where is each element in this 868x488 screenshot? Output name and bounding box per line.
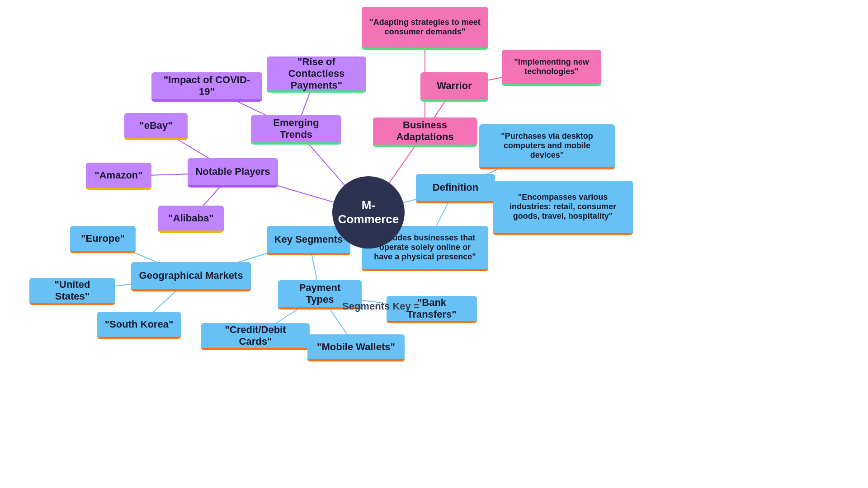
credit-debit-label: "Credit/Debit Cards"	[208, 324, 302, 347]
adapting-node: "Adapting strategies to meet consumer de…	[362, 7, 488, 50]
definition-label: Definition	[433, 182, 478, 193]
credit-debit-node: "Credit/Debit Cards"	[201, 323, 310, 350]
notable-players-node: Notable Players	[188, 158, 278, 188]
europe-label: "Europe"	[81, 233, 125, 244]
segments-key-label: Segments Key =	[342, 300, 420, 312]
contactless-label: "Rise of Contactless Payments"	[274, 56, 359, 91]
united-states-label: "United States"	[37, 279, 108, 302]
ebay-node: "eBay"	[124, 113, 188, 140]
amazon-label: "Amazon"	[94, 169, 142, 181]
center-node: M-Commerce	[332, 176, 405, 249]
business-adaptations-node: Business Adaptations	[373, 117, 477, 147]
definition-node: Definition	[416, 174, 495, 203]
encompasses-label: "Encompasses various industries: retail,…	[500, 192, 626, 221]
alibaba-label: "Alibaba"	[168, 212, 213, 224]
contactless-node: "Rise of Contactless Payments"	[267, 56, 366, 93]
covid-node: "Impact of COVID-19"	[151, 72, 262, 102]
europe-node: "Europe"	[70, 226, 136, 253]
key-segments-label: Key Segments	[274, 234, 343, 245]
emerging-trends-node: Emerging Trends	[251, 115, 341, 145]
warrior-label: Warrior	[437, 80, 472, 92]
mobile-wallets-label: "Mobile Wallets"	[317, 341, 395, 353]
implementing-node: "Implementing new technologies"	[502, 50, 601, 86]
implementing-label: "Implementing new technologies"	[509, 57, 594, 76]
warrior-node: Warrior	[420, 72, 488, 102]
covid-label: "Impact of COVID-19"	[159, 74, 255, 98]
geographical-markets-node: Geographical Markets	[131, 262, 251, 291]
united-states-node: "United States"	[29, 278, 115, 305]
emerging-trends-label: Emerging Trends	[258, 117, 334, 141]
amazon-node: "Amazon"	[86, 163, 151, 190]
ebay-label: "eBay"	[139, 120, 172, 131]
encompasses-node: "Encompasses various industries: retail,…	[493, 181, 633, 235]
center-label: M-Commerce	[332, 198, 405, 226]
notable-players-label: Notable Players	[195, 166, 270, 178]
geographical-markets-label: Geographical Markets	[139, 270, 243, 282]
alibaba-node: "Alibaba"	[158, 206, 224, 233]
purchases-label: "Purchases via desktop computers and mob…	[486, 131, 608, 160]
mobile-wallets-node: "Mobile Wallets"	[307, 334, 405, 361]
purchases-node: "Purchases via desktop computers and mob…	[479, 124, 615, 169]
south-korea-node: "South Korea"	[97, 312, 181, 339]
south-korea-label: "South Korea"	[105, 319, 174, 330]
adapting-label: "Adapting strategies to meet consumer de…	[369, 18, 481, 37]
business-adaptations-label: Business Adaptations	[380, 119, 470, 143]
